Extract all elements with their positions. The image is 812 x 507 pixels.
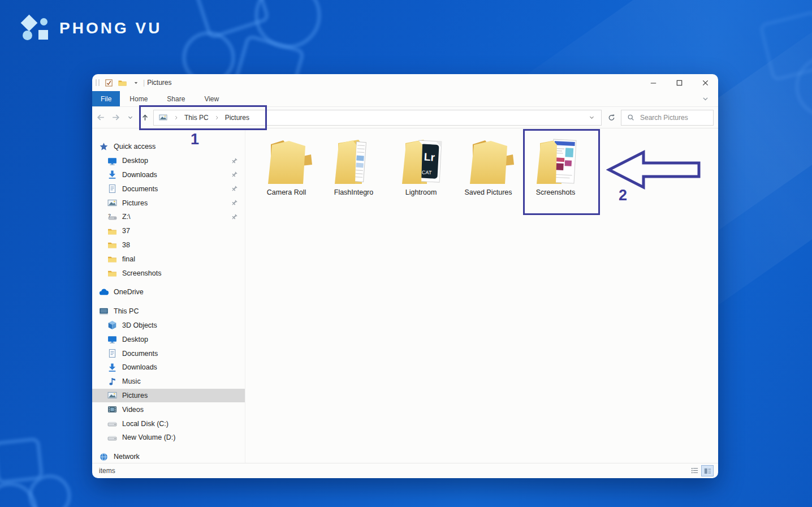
sidebar-item[interactable]: final	[92, 252, 245, 266]
file-item[interactable]: FlashIntegro	[322, 135, 386, 196]
maximize-button[interactable]	[666, 74, 692, 91]
folder-icon	[461, 135, 516, 187]
brand-name: PHONG VU	[59, 19, 162, 37]
recent-locations-chevron-icon[interactable]	[124, 111, 136, 124]
navigation-pane: Quick access Desktop Downloads Documents…	[92, 128, 245, 463]
address-dropdown-chevron-icon[interactable]	[587, 114, 597, 121]
sidebar-item[interactable]: Z:\	[92, 210, 245, 224]
pin-icon	[231, 171, 238, 178]
menu-tab[interactable]: View	[195, 91, 228, 106]
sidebar-section[interactable]: Network	[92, 450, 245, 463]
brand-logo: PHONG VU	[20, 15, 162, 42]
sidebar-item[interactable]: Pictures	[92, 389, 245, 403]
folder-icon	[260, 135, 314, 187]
search-input[interactable]: Search Pictures	[621, 110, 714, 126]
sidebar-item[interactable]: Documents	[92, 346, 245, 360]
title-bar[interactable]: | Pictures	[92, 74, 718, 91]
pin-icon	[231, 213, 238, 221]
sidebar-section[interactable]: This PC	[92, 304, 245, 319]
thumbnail-view-button[interactable]	[701, 465, 714, 476]
title-separator: |	[143, 79, 145, 87]
close-button[interactable]	[692, 74, 718, 91]
folder-icon	[327, 135, 381, 187]
sidebar-section[interactable]: Quick access	[92, 140, 245, 154]
search-placeholder: Search Pictures	[640, 114, 688, 122]
status-bar: items	[92, 463, 718, 478]
sidebar-item[interactable]: Downloads	[92, 168, 245, 182]
forward-button[interactable]	[109, 111, 122, 124]
sidebar-item[interactable]: Music	[92, 375, 245, 389]
ribbon-menu: File Home Share View	[92, 91, 718, 107]
sidebar-item[interactable]: Desktop	[92, 332, 245, 346]
brand-logo-icon	[20, 15, 52, 42]
back-button[interactable]	[94, 111, 107, 124]
sidebar-item[interactable]: Pictures	[92, 196, 245, 210]
step2-highlight-rect	[523, 129, 600, 215]
menu-tab[interactable]: Home	[120, 91, 157, 106]
menu-tab[interactable]: File	[92, 91, 120, 106]
folder-icon	[394, 135, 448, 187]
item-count: items	[99, 467, 115, 475]
refresh-button[interactable]	[604, 110, 619, 125]
step1-number: 1	[191, 131, 199, 148]
sidebar-item[interactable]: Videos	[92, 402, 245, 416]
step2-number: 2	[619, 187, 627, 204]
desktop-background: PHONG VU | Pictures File Home Share View	[0, 0, 812, 507]
sidebar-item[interactable]: Local Disk (C:)	[92, 416, 245, 431]
pin-icon	[231, 199, 238, 207]
ribbon-collapse-chevron-icon[interactable]	[701, 91, 718, 106]
menu-tab[interactable]: Share	[157, 91, 195, 106]
window-title: Pictures	[147, 79, 171, 87]
details-view-button[interactable]	[689, 465, 700, 475]
explorer-window: | Pictures File Home Share View	[92, 74, 718, 478]
search-icon	[626, 114, 636, 121]
sidebar-item[interactable]: 38	[92, 238, 245, 252]
file-item[interactable]: Lightroom	[389, 135, 453, 196]
sidebar-item[interactable]: Documents	[92, 182, 245, 196]
file-item[interactable]: Camera Roll	[254, 135, 318, 196]
step2-arrow	[606, 148, 702, 191]
pin-icon	[231, 185, 238, 192]
file-item[interactable]: Saved Pictures	[456, 135, 520, 196]
toolbar-clipped-icon	[96, 79, 100, 86]
minimize-button[interactable]	[640, 74, 666, 91]
sidebar-item[interactable]: Desktop	[92, 154, 245, 168]
sidebar-item[interactable]: Screenshots	[92, 266, 245, 280]
properties-checkbox-icon[interactable]	[104, 79, 114, 87]
pin-icon	[231, 157, 238, 165]
sidebar-section[interactable]: OneDrive	[92, 285, 245, 299]
quick-access-toolbar	[96, 78, 141, 87]
sidebar-item[interactable]: 37	[92, 224, 245, 238]
step1-highlight-rect	[139, 105, 267, 130]
sidebar-item[interactable]: 3D Objects	[92, 319, 245, 333]
qat-customize-caret-icon[interactable]	[131, 80, 141, 86]
sidebar-item[interactable]: New Volume (D:)	[92, 431, 245, 445]
sidebar-item[interactable]: Downloads	[92, 360, 245, 375]
new-folder-icon[interactable]	[118, 78, 127, 87]
